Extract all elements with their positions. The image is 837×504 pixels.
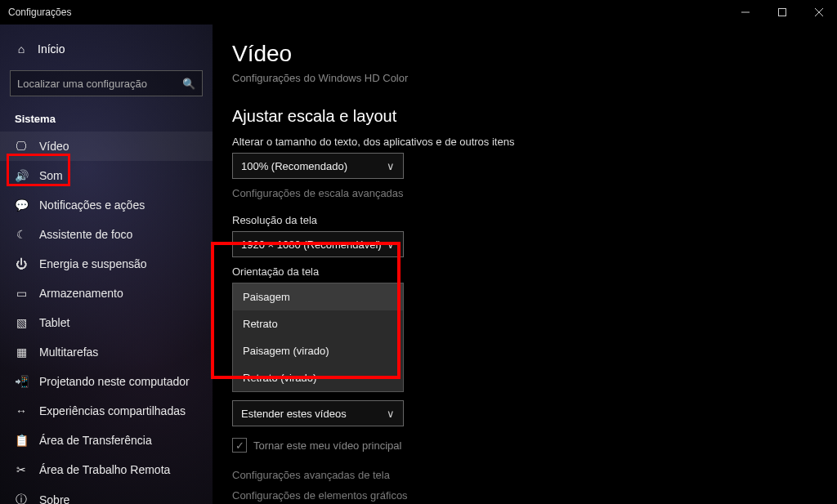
resolution-combo-value: 1920 × 1080 (Recomendável): [241, 239, 382, 251]
sidebar-home[interactable]: ⌂ Início: [0, 33, 213, 65]
focus-assist-icon: ☾: [15, 228, 28, 241]
sidebar-item--rea-de-transfer-ncia[interactable]: 📋Área de Transferência: [0, 426, 213, 455]
search-input[interactable]: [17, 78, 182, 90]
sidebar-item-label: Vídeo: [39, 140, 69, 153]
sidebar-item-label: Área de Trabalho Remota: [39, 463, 170, 476]
about-icon: ⓘ: [15, 493, 28, 504]
sidebar-item-label: Som: [39, 169, 63, 182]
make-primary-row[interactable]: ✓ Tornar este meu vídeo principal: [232, 438, 837, 453]
orientation-option[interactable]: Paisagem: [233, 283, 403, 310]
sidebar-item-notifica-es-e-a-es[interactable]: 💬Notificações e ações: [0, 190, 213, 220]
page-title: Vídeo: [232, 41, 837, 67]
svg-rect-1: [778, 9, 786, 16]
sidebar-item-som[interactable]: 🔊Som: [0, 161, 213, 190]
sidebar-item-label: Armazenamento: [39, 287, 123, 300]
sidebar-item-armazenamento[interactable]: ▭Armazenamento: [0, 279, 213, 308]
sound-icon: 🔊: [15, 169, 28, 182]
sidebar-item-label: Tablet: [39, 316, 69, 329]
sidebar-item-label: Multitarefas: [39, 346, 98, 359]
home-icon: ⌂: [15, 42, 28, 56]
sidebar-item-label: Energia e suspensão: [39, 257, 147, 270]
sidebar-item-sobre[interactable]: ⓘSobre: [0, 484, 213, 504]
sidebar-item-label: Assistente de foco: [39, 228, 132, 241]
sidebar-item--rea-de-trabalho-remota[interactable]: ✂Área de Trabalho Remota: [0, 455, 213, 484]
advanced-scale-link[interactable]: Configurações de escala avançadas: [232, 187, 837, 199]
window-controls: [727, 0, 837, 25]
sidebar-item-label: Notificações e ações: [39, 198, 145, 212]
sidebar-item-assistente-de-foco[interactable]: ☾Assistente de foco: [0, 220, 213, 249]
resolution-label: Resolução da tela: [232, 214, 837, 226]
window-title: Configurações: [8, 7, 71, 18]
advanced-display-link[interactable]: Configurações avançadas de tela: [232, 469, 837, 481]
tablet-icon: ▧: [15, 316, 28, 329]
storage-icon: ▭: [15, 287, 28, 300]
orientation-option[interactable]: Retrato (virado): [233, 364, 403, 391]
sidebar-item-label: Experiências compartilhadas: [39, 404, 186, 417]
sidebar-item-label: Área de Transferência: [39, 434, 152, 447]
multiple-displays-combo[interactable]: Estender estes vídeos ∨: [232, 400, 404, 426]
search-icon: 🔍: [182, 78, 195, 90]
sidebar-item-v-deo[interactable]: 🖵Vídeo: [0, 132, 213, 161]
chevron-down-icon: ∨: [387, 160, 395, 172]
scale-combo[interactable]: 100% (Recomendado) ∨: [232, 153, 404, 179]
titlebar: Configurações: [0, 0, 837, 25]
make-primary-label: Tornar este meu vídeo principal: [253, 439, 401, 452]
orientation-label: Orientação da tela: [232, 265, 837, 278]
shared-icon: ↔: [15, 404, 28, 417]
maximize-button[interactable]: [763, 0, 800, 25]
multitasking-icon: ▦: [15, 346, 28, 359]
display-icon: 🖵: [15, 140, 28, 153]
chevron-down-icon: ∨: [387, 239, 395, 251]
orientation-option[interactable]: Retrato: [233, 310, 403, 337]
projecting-icon: 📲: [15, 375, 28, 388]
clipboard-icon: 📋: [15, 434, 28, 447]
notifications-icon: 💬: [15, 198, 28, 212]
resolution-combo[interactable]: 1920 × 1080 (Recomendável) ∨: [232, 231, 404, 257]
scale-combo-value: 100% (Recomendado): [241, 160, 347, 172]
settings-window: Configurações ⌂ Início 🔍: [0, 0, 837, 504]
checkbox-icon: ✓: [232, 438, 247, 453]
sidebar-item-multitarefas[interactable]: ▦Multitarefas: [0, 337, 213, 367]
search-box[interactable]: 🔍: [10, 70, 203, 96]
minimize-button[interactable]: [727, 0, 763, 25]
hd-color-link[interactable]: Configurações do Windows HD Color: [232, 72, 837, 84]
sidebar-item-projetando-neste-computador[interactable]: 📲Projetando neste computador: [0, 367, 213, 396]
close-button[interactable]: [800, 0, 837, 25]
sidebar-section-label: Sistema: [0, 105, 213, 132]
orientation-option[interactable]: Paisagem (virado): [233, 337, 403, 364]
graphics-settings-link[interactable]: Configurações de elementos gráficos: [232, 489, 837, 502]
sidebar-item-label: Sobre: [39, 493, 69, 504]
sidebar-item-experi-ncias-compartilhadas[interactable]: ↔Experiências compartilhadas: [0, 396, 213, 426]
power-icon: ⏻: [15, 257, 28, 270]
chevron-down-icon: ∨: [387, 408, 395, 420]
sidebar-home-label: Início: [38, 42, 65, 56]
scale-label: Alterar o tamanho do texto, dos aplicati…: [232, 136, 837, 148]
remote-desktop-icon: ✂: [15, 463, 28, 476]
orientation-dropdown-open[interactable]: PaisagemRetratoPaisagem (virado)Retrato …: [232, 283, 404, 392]
sidebar-item-energia-e-suspens-o[interactable]: ⏻Energia e suspensão: [0, 249, 213, 279]
sidebar-item-tablet[interactable]: ▧Tablet: [0, 308, 213, 337]
main-content: Vídeo Configurações do Windows HD Color …: [213, 25, 837, 504]
multiple-displays-value: Estender estes vídeos: [241, 408, 347, 420]
scale-layout-heading: Ajustar escala e layout: [232, 107, 837, 126]
sidebar: ⌂ Início 🔍 Sistema 🖵Vídeo🔊Som💬Notificaçõ…: [0, 25, 213, 504]
sidebar-item-label: Projetando neste computador: [39, 375, 190, 388]
